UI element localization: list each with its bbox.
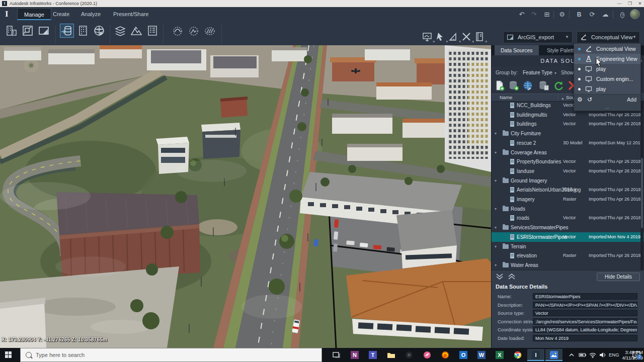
settings-gear-icon[interactable]: ⚙ xyxy=(556,10,568,20)
view-menu-more-dots[interactable]: ... xyxy=(574,106,640,111)
measure-icon[interactable] xyxy=(448,31,459,42)
taskbar-app-excel-icon[interactable]: X xyxy=(491,349,508,361)
hide-details-button[interactable]: Hide Details xyxy=(597,273,640,281)
infraworks-logo[interactable]: I xyxy=(5,9,9,19)
source-type: Vector xyxy=(563,232,576,242)
detail-value[interactable]: LL84 (WGS84 datum, Latitude-Longitude; D… xyxy=(533,326,637,333)
connect-web-icon[interactable] xyxy=(522,79,534,92)
detail-value[interactable]: ESRIStormwaterPipes xyxy=(533,293,637,300)
cloud-icon[interactable]: ☁ xyxy=(600,10,611,20)
help-icon[interactable]: ? xyxy=(617,10,628,20)
add-database-icon[interactable] xyxy=(508,79,520,92)
group-by-dropdown[interactable]: Feature Type ▼ xyxy=(523,68,557,78)
taskbar-app-firefox-icon[interactable] xyxy=(437,349,454,361)
data-source-row-aerialsnelsonurban2016-jpg[interactable]: AerialsNelsonUrban2016.jpgRasterImported… xyxy=(492,185,644,195)
view-selector-combo[interactable]: Conceptual View ▼ xyxy=(577,31,640,43)
detail-value[interactable]: Vector xyxy=(533,310,637,316)
feature-group-row-coverage-areas[interactable]: ▾Coverage Areas xyxy=(492,148,644,157)
copy-database-icon[interactable] xyxy=(538,79,550,92)
feature-group-row-servicesstormwaterpipes[interactable]: ▾ServicesStormwaterPipes xyxy=(492,223,644,232)
tab-analyze[interactable]: Analyze xyxy=(74,8,107,20)
taskbar-search[interactable]: Type here to search xyxy=(20,348,322,362)
taskbar-app-file-explorer-icon[interactable] xyxy=(382,349,399,361)
taskbar-app-infraworks-icon[interactable]: I xyxy=(527,349,544,361)
tab-present-share[interactable]: Present/Share xyxy=(107,8,155,20)
redo-icon[interactable]: ↷ xyxy=(528,10,539,20)
expand-details-icon[interactable] xyxy=(496,273,504,280)
storyboard-icon[interactable] xyxy=(474,31,485,42)
monitor-icon xyxy=(585,65,592,72)
folder-icon xyxy=(503,244,509,249)
detail-value[interactable]: Mon Nov 4 2019 xyxy=(533,335,637,341)
taskbar-app-photos-icon[interactable] xyxy=(545,349,562,361)
collapse-details-icon[interactable] xyxy=(508,273,516,280)
expand-caret-icon[interactable]: ▾ xyxy=(495,223,497,232)
start-button[interactable] xyxy=(5,351,12,358)
data-source-row-rescue-2[interactable]: rescue 23D ModelImportedSun May 12 2019 xyxy=(492,138,644,148)
undo-icon[interactable]: ↶ xyxy=(516,10,527,20)
view-menu-item-engineering-view[interactable]: Engineering View xyxy=(574,54,640,64)
battery-icon[interactable] xyxy=(579,351,587,358)
refresh-icon[interactable] xyxy=(553,79,565,92)
data-source-row-elevation[interactable]: elevationRasterImportedThu Apr 26 2018 xyxy=(492,251,644,260)
tray-chevron-up-icon[interactable] xyxy=(568,351,576,358)
sync-icon[interactable]: ⟳ xyxy=(587,10,598,20)
volume-icon[interactable] xyxy=(599,351,607,358)
add-view-button[interactable]: Add xyxy=(627,97,636,103)
data-source-row-propertyboundaries[interactable]: PropertyBoundariesVectorImportedThu Apr … xyxy=(492,157,644,166)
feature-group-row-roads[interactable]: ▾Roads xyxy=(492,204,644,214)
view-settings-gear-icon[interactable]: ⚙ xyxy=(577,96,583,103)
expand-caret-icon[interactable]: ▾ xyxy=(495,260,497,270)
expand-caret-icon[interactable]: ▾ xyxy=(495,176,497,186)
feature-group-row-terrain[interactable]: ▾Terrain xyxy=(492,242,644,251)
view-menu-item-conceptual-view[interactable]: Conceptual View xyxy=(574,44,640,54)
viewport-3d-scene[interactable]: X: 173.280904 Y: -41.276265 Z: 10.358765… xyxy=(0,45,491,348)
minimize-icon[interactable]: — xyxy=(615,0,624,7)
expand-caret-icon[interactable]: ▾ xyxy=(495,242,497,251)
taskbar-app-teams-icon[interactable]: T xyxy=(364,349,381,361)
detail-value[interactable]: PAN></SPAN></P><P><SPAN /></P></DIV></DI… xyxy=(533,302,637,308)
source-type: 3D Model xyxy=(563,138,583,148)
data-source-row-roads[interactable]: roadsVectorImportedThu Apr 26 2018 xyxy=(492,213,644,223)
model-selector-combo[interactable]: ArcGIS_export ▼ xyxy=(503,31,573,43)
bim360-icon[interactable]: B xyxy=(574,10,585,20)
select-cursor-icon[interactable] xyxy=(435,31,446,42)
view-menu-item-play[interactable]: play xyxy=(574,84,640,94)
expand-caret-icon[interactable]: ▾ xyxy=(495,148,497,157)
new-datasource-icon[interactable] xyxy=(494,79,506,92)
expand-caret-icon[interactable]: ▾ xyxy=(495,129,497,138)
feature-group-row-ground-imagery[interactable]: ▾Ground Imagery xyxy=(492,176,644,186)
taskbar-app-onenote-icon[interactable]: N xyxy=(346,349,363,361)
feature-group-row-city-furniture[interactable]: ▾City Furniture xyxy=(492,129,644,138)
view-reset-icon[interactable]: ↺ xyxy=(587,96,592,103)
tab-create[interactable]: Create xyxy=(46,8,76,20)
data-source-row-buildingmultis[interactable]: buildingmultisVectorImportedThu Apr 26 2… xyxy=(492,110,644,120)
taskbar-app-outlook-icon[interactable]: O xyxy=(455,349,472,361)
taskbar-app-task-view-icon[interactable] xyxy=(328,349,345,361)
table-scrollbar[interactable] xyxy=(640,101,643,270)
data-source-row-imagery[interactable]: imageryRasterImportedThu Apr 26 2018 xyxy=(492,195,644,204)
data-source-row-esristormwaterpipes[interactable]: ESRIStormwaterPipesVectorImportedMon Nov… xyxy=(492,232,644,242)
taskbar-app-word-icon[interactable]: W xyxy=(473,349,490,361)
maximize-icon[interactable]: ❐ xyxy=(625,0,634,7)
taskbar-app-chrome-icon[interactable] xyxy=(509,349,526,361)
data-source-row-buildings[interactable]: buildingsVectorImportedThu Apr 26 2018 xyxy=(492,119,644,129)
tab-data-sources[interactable]: Data Sources xyxy=(495,45,539,55)
taskbar-app-camera-app-icon[interactable] xyxy=(400,349,418,361)
avatar[interactable] xyxy=(630,9,640,19)
tools-icon[interactable] xyxy=(461,31,472,42)
wifi-icon[interactable] xyxy=(589,351,597,358)
group-name: ServicesStormwaterPipes xyxy=(511,223,568,232)
view-menu-item-play[interactable]: play xyxy=(574,64,640,74)
close-icon[interactable]: ✕ xyxy=(635,0,644,7)
language-indicator[interactable]: ENG xyxy=(609,352,619,357)
detail-label: Connection string: xyxy=(498,319,536,324)
viewer-settings-icon[interactable] xyxy=(422,31,433,42)
view-menu-item-custom-engin[interactable]: Custom engin... xyxy=(574,74,640,84)
taskbar-app-pink-app-icon[interactable] xyxy=(419,349,436,361)
expand-caret-icon[interactable]: ▾ xyxy=(495,204,497,214)
feature-group-row-water-areas[interactable]: ▾Water Areas xyxy=(492,260,644,270)
detail-value[interactable]: :/arcgis/rest/services/ServicesStormwate… xyxy=(533,318,637,325)
data-source-row-landuse[interactable]: landuseVectorImportedThu Apr 26 2018 xyxy=(492,166,644,176)
app-grid-icon[interactable]: ⊞ xyxy=(541,10,552,20)
